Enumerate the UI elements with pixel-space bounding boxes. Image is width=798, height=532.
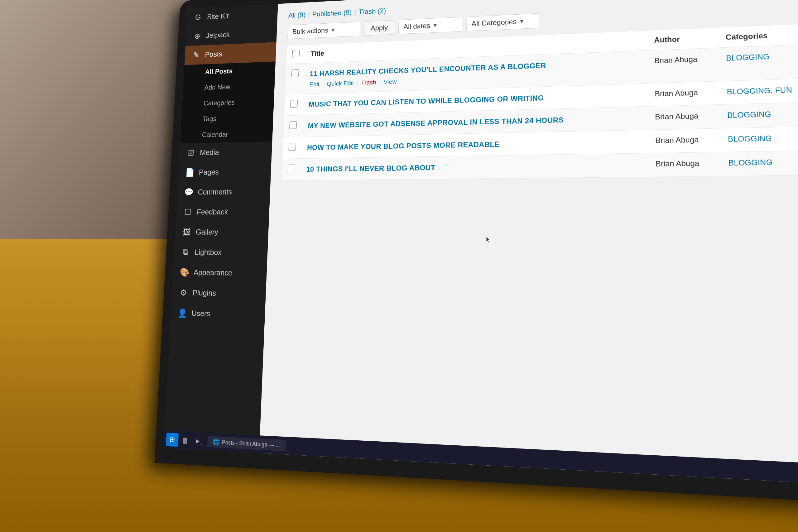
sidebar-item-pages[interactable]: 📄 Pages: [178, 162, 271, 182]
media-icon: ⊞: [186, 148, 196, 158]
laptop-frame: G Site Kit ⊕ Jetpack ✎ Posts All Posts A…: [154, 0, 798, 504]
row-checkbox-cell: [285, 63, 305, 94]
sidebar-label-gallery: Gallery: [195, 228, 218, 236]
sidebar-label-appearance: Appearance: [194, 268, 232, 278]
comments-icon: 💬: [184, 187, 194, 197]
post-checkbox-3[interactable]: [289, 121, 297, 129]
sidebar-label-sitekit: Site Kit: [207, 12, 229, 21]
sep2: |: [354, 8, 356, 17]
post-title-4[interactable]: HOW TO MAKE YOUR BLOG POSTS MORE READABL…: [307, 136, 643, 152]
post-checkbox-1[interactable]: [291, 70, 299, 77]
posts-submenu: All Posts Add New Categories Tags Calend…: [180, 61, 276, 143]
plugins-icon: ⚙: [178, 288, 189, 298]
sidebar-item-plugins[interactable]: ⚙ Plugins: [171, 282, 266, 304]
submenu-tags[interactable]: Tags: [197, 109, 274, 127]
post-checkbox-2[interactable]: [290, 100, 298, 108]
categories-label: All Categories: [472, 17, 517, 28]
submenu-all-posts[interactable]: All Posts: [200, 61, 276, 80]
post-category-cell[interactable]: BLOGGING: [719, 44, 798, 81]
sidebar-item-posts[interactable]: ✎ Posts: [185, 42, 277, 65]
categories-arrow: ▼: [519, 18, 525, 25]
categories-dropdown[interactable]: All Categories ▼: [466, 13, 539, 32]
action-separator: |: [357, 79, 359, 86]
bulk-actions-arrow: ▼: [330, 27, 336, 33]
post-category-cell[interactable]: BLOGGING: [720, 102, 798, 128]
post-title-3[interactable]: MY NEW WEBSITE GOT ADSENSE APPROVAL IN L…: [308, 113, 642, 131]
pages-icon: 📄: [185, 168, 195, 177]
users-icon: 👤: [177, 308, 187, 318]
sep1: |: [308, 11, 310, 18]
dates-dropdown[interactable]: All dates ▼: [398, 17, 463, 34]
row-checkbox-cell: [284, 94, 304, 116]
post-author-cell: Brian Abuga: [649, 152, 722, 177]
sidebar-label-jetpack: Jetpack: [206, 30, 230, 40]
sidebar-label-lightbox: Lightbox: [194, 248, 222, 257]
post-author-cell: Brian Abuga: [648, 105, 721, 130]
filter-links: All (9) | Published (9) | Trash (2): [288, 7, 386, 20]
post-author-cell: Brian Abuga: [648, 81, 720, 106]
dates-arrow: ▼: [432, 22, 438, 28]
post-category-cell[interactable]: BLOGGING: [721, 151, 798, 176]
sidebar-label-plugins: Plugins: [192, 288, 216, 298]
bulk-actions-label: Bulk actions: [292, 26, 328, 36]
sidebar-item-media[interactable]: ⊞ Media: [179, 141, 272, 163]
col-categories-header: Categories: [719, 23, 798, 48]
posts-table: Title Author Categories 11 HARSH REALITY…: [282, 23, 798, 181]
sidebar-item-lightbox[interactable]: ⧉ Lightbox: [174, 242, 268, 263]
dates-label: All dates: [403, 21, 431, 31]
submenu-calendar[interactable]: Calendar: [196, 125, 273, 143]
lightbox-icon: ⧉: [180, 247, 191, 257]
sidebar-item-gallery[interactable]: 🖼 Gallery: [175, 222, 269, 243]
sidebar-label-media: Media: [200, 148, 220, 157]
posts-area: All (9) | Published (9) | Trash (2) Bulk…: [259, 0, 798, 485]
post-checkbox-5[interactable]: [288, 165, 295, 172]
post-action-quick-edit[interactable]: Quick Edit: [327, 79, 354, 87]
bulk-actions-dropdown[interactable]: Bulk actions ▼: [287, 22, 360, 39]
post-category-cell[interactable]: BLOGGING: [721, 126, 798, 152]
post-category-cell[interactable]: BLOGGING, FUN: [720, 78, 798, 104]
post-author-cell: Brian Abuga: [648, 48, 720, 83]
post-author-cell: Brian Abuga: [649, 128, 721, 153]
post-action-view[interactable]: View: [383, 78, 397, 86]
select-all-header[interactable]: [286, 45, 305, 64]
sidebar-item-appearance[interactable]: 🎨 Appearance: [173, 262, 267, 284]
jetpack-icon: ⊕: [192, 31, 202, 40]
sidebar-label-pages: Pages: [198, 168, 219, 177]
col-author-header: Author: [647, 28, 719, 51]
submenu-add-new[interactable]: Add New: [198, 77, 275, 96]
wp-sidebar: G Site Kit ⊕ Jetpack ✎ Posts All Posts A…: [163, 4, 278, 453]
feedback-icon: ☐: [183, 207, 193, 217]
sidebar-item-comments[interactable]: 💬 Comments: [177, 182, 270, 202]
sidebar-label-feedback: Feedback: [197, 208, 228, 216]
action-separator: |: [322, 80, 324, 87]
sidebar-item-feedback[interactable]: ☐ Feedback: [176, 202, 270, 222]
sidebar-label-comments: Comments: [197, 187, 232, 197]
posts-icon: ✎: [191, 50, 201, 59]
row-checkbox-cell: [282, 159, 301, 181]
sidebar-label-users: Users: [191, 309, 210, 319]
post-action-edit[interactable]: Edit: [309, 80, 320, 88]
row-checkbox-cell: [283, 115, 303, 137]
sitekit-icon: G: [193, 13, 203, 22]
filter-trash[interactable]: Trash (2): [359, 7, 386, 16]
wp-main-content: All (9) | Published (9) | Trash (2) Bulk…: [259, 0, 798, 485]
sidebar-label-posts: Posts: [205, 50, 223, 59]
post-title-5[interactable]: 10 THINGS I'LL NEVER BLOG ABOUT: [306, 160, 643, 174]
filter-all[interactable]: All (9): [288, 11, 306, 20]
apply-button[interactable]: Apply: [363, 20, 395, 36]
taskbar-browser-tab[interactable]: 🌐 Posts ‹ Brian Abuga — …: [259, 436, 286, 451]
gallery-icon: 🖼: [182, 227, 192, 237]
submenu-categories[interactable]: Categories: [198, 93, 274, 111]
laptop-screen: G Site Kit ⊕ Jetpack ✎ Posts All Posts A…: [163, 0, 798, 485]
post-checkbox-4[interactable]: [288, 143, 296, 151]
row-checkbox-cell: [283, 137, 302, 159]
sidebar-item-users[interactable]: 👤 Users: [170, 303, 265, 325]
post-action-trash[interactable]: Trash: [361, 78, 376, 86]
select-all-checkbox[interactable]: [292, 50, 300, 58]
filter-published[interactable]: Published (9): [312, 8, 352, 18]
post-title-2[interactable]: MUSIC THAT YOU CAN LISTEN TO WHILE BLOGG…: [309, 90, 642, 109]
appearance-icon: 🎨: [179, 267, 190, 277]
action-separator: |: [379, 78, 381, 86]
